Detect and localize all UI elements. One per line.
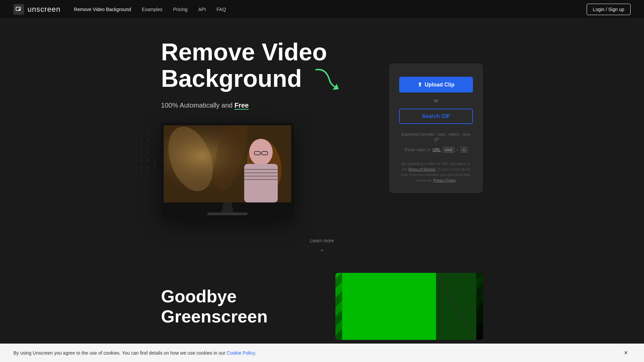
subtitle-free: Free (234, 102, 249, 109)
logo-icon (13, 4, 24, 15)
subtitle-prefix: 100% Automatically and (161, 102, 234, 109)
svg-point-8 (249, 139, 273, 166)
nav-links: Remove Video Background Examples Pricing… (74, 7, 587, 12)
terms-link[interactable]: Terms of Service (408, 167, 436, 171)
section2-title: Goodbye Greenscreen (161, 286, 309, 326)
nav-examples[interactable]: Examples (142, 7, 162, 12)
cookie-banner: By using Unscreen you agree to the use o… (0, 344, 644, 362)
monitor-mockup (161, 123, 369, 218)
search-gif-button[interactable]: Search GIF (399, 109, 473, 124)
navbar: unscreen Remove Video Background Example… (0, 0, 644, 19)
svg-rect-0 (16, 7, 20, 10)
upload-clip-label: Upload Clip (425, 82, 454, 88)
paste-area: Paste video or URL cmd + v (405, 147, 467, 153)
hero-section: Remove Video Background 100% Automatical… (121, 19, 523, 231)
nav-remove-bg[interactable]: Remove Video Background (74, 7, 131, 12)
monitor-frame (161, 123, 294, 218)
v-key: v (461, 147, 468, 153)
monitor-stand (217, 202, 237, 213)
monitor-base (207, 213, 248, 215)
nav-api[interactable]: API (198, 7, 206, 12)
hero-title: Remove Video Background (161, 39, 369, 95)
svg-rect-15 (244, 176, 278, 177)
privacy-link[interactable]: Privacy Policy (433, 178, 456, 182)
terms-text: By uploading a video or URL you agree to… (399, 161, 473, 183)
cookie-prefix: By using Unscreen you agree to the use o… (13, 350, 227, 356)
upload-clip-button[interactable]: ⬆ Upload Clip (399, 77, 473, 93)
cmd-key: cmd (443, 147, 454, 153)
logo[interactable]: unscreen (13, 4, 61, 15)
paste-prefix: Paste video or (405, 147, 431, 152)
arrow-icon (313, 66, 339, 95)
svg-rect-14 (244, 172, 278, 173)
nav-faq[interactable]: FAQ (217, 7, 226, 12)
svg-rect-13 (244, 169, 278, 170)
formats-text: Supported formats: .mp4, .webm, .mov, .g… (399, 132, 473, 141)
nav-pricing[interactable]: Pricing (173, 7, 187, 12)
chevron-down-icon: ⌄ (7, 245, 637, 253)
upload-panel-container: ⬆ Upload Clip or Search GIF Supported fo… (389, 63, 483, 193)
hero-subtitle: 100% Automatically and Free (161, 102, 369, 109)
monitor-screen (164, 125, 291, 202)
greenscreen-image (335, 273, 483, 340)
learn-more-section[interactable]: Learn more ⌄ (0, 231, 644, 259)
plus-separator: + (457, 147, 459, 152)
hero-title-line1: Remove Video (161, 39, 327, 65)
cookie-text: By using Unscreen you agree to the use o… (13, 350, 256, 356)
cookie-end: . (255, 350, 256, 356)
paste-url-link[interactable]: URL (433, 147, 441, 152)
login-button[interactable]: Login / Sign up (587, 4, 631, 15)
svg-rect-16 (244, 179, 278, 180)
hero-title-line2: Background (161, 65, 302, 92)
section2-left: Goodbye Greenscreen (161, 286, 309, 326)
upload-panel: ⬆ Upload Clip or Search GIF Supported fo… (389, 63, 483, 193)
upload-icon: ⬆ (418, 81, 422, 88)
logo-text: unscreen (28, 5, 61, 14)
or-separator: or (434, 98, 438, 103)
learn-more-label: Learn more (310, 238, 334, 243)
hero-left: Remove Video Background 100% Automatical… (161, 39, 369, 218)
cookie-policy-link[interactable]: Cookie Policy (227, 350, 255, 356)
cookie-close-button[interactable]: × (621, 349, 631, 357)
section2: Goodbye Greenscreen (121, 259, 523, 353)
